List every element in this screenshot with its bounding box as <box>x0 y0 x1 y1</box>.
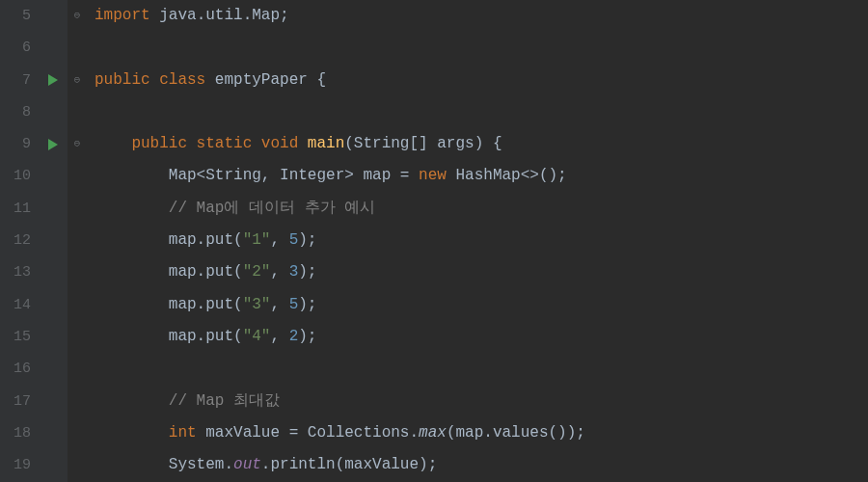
code-editor[interactable]: 5678910111213141516171819 ⊖⊖⊖ import jav… <box>0 0 868 482</box>
code-line[interactable]: int maxValue = Collections.max(map.value… <box>95 417 868 449</box>
code-token <box>95 200 169 217</box>
code-token: ); <box>298 328 316 345</box>
code-token: Map<String, Integer> map = <box>95 167 419 184</box>
line-number: 18 <box>0 417 39 449</box>
code-line[interactable]: map.put("4", 2); <box>95 321 868 353</box>
line-number: 5 <box>0 0 39 32</box>
fold-marker-slot <box>68 449 87 481</box>
code-token: java.util.Map; <box>159 7 288 24</box>
code-token <box>95 135 131 152</box>
code-token: // Map 최대값 <box>169 392 280 410</box>
code-line[interactable] <box>95 353 868 385</box>
code-token: System. <box>95 456 233 473</box>
code-token: (String[] args) { <box>344 135 502 152</box>
code-token: , <box>270 328 288 345</box>
code-line[interactable]: System.out.println(maxValue); <box>95 449 868 481</box>
code-token: HashMap<>(); <box>455 167 566 184</box>
line-number: 15 <box>0 321 39 353</box>
code-text-area[interactable]: import java.util.Map;public class emptyP… <box>87 0 868 482</box>
code-line[interactable]: public class emptyPaper { <box>95 65 868 96</box>
fold-marker-slot <box>68 386 87 417</box>
fold-marker-slot <box>68 193 87 225</box>
run-marker-slot <box>39 96 68 128</box>
code-token: , <box>270 263 288 281</box>
code-token: main <box>308 135 344 152</box>
code-token: // Map에 데이터 추가 예시 <box>169 200 375 217</box>
code-token: 2 <box>289 328 299 345</box>
code-token: { <box>316 71 326 89</box>
code-token: max <box>419 424 447 442</box>
fold-marker-gutter: ⊖⊖⊖ <box>68 0 87 482</box>
code-token: public class <box>95 71 215 89</box>
run-marker-slot <box>39 386 68 417</box>
line-number: 12 <box>0 225 39 256</box>
fold-marker-slot <box>68 417 87 449</box>
code-token: emptyPaper <box>215 71 317 89</box>
run-marker-slot <box>39 0 68 32</box>
code-line[interactable]: import java.util.Map; <box>95 0 868 32</box>
code-token: 5 <box>289 296 299 313</box>
code-token <box>95 424 169 442</box>
line-number: 6 <box>0 32 39 64</box>
fold-marker-slot <box>68 160 87 192</box>
code-line[interactable]: map.put("2", 3); <box>95 256 868 288</box>
fold-marker-slot <box>68 32 87 64</box>
line-number: 8 <box>0 96 39 128</box>
run-marker-slot[interactable] <box>39 65 68 96</box>
code-token: int <box>169 424 205 442</box>
code-line[interactable]: map.put("1", 5); <box>95 225 868 256</box>
run-marker-slot[interactable] <box>39 128 68 160</box>
code-token: public static void <box>131 135 307 152</box>
line-number: 10 <box>0 160 39 192</box>
line-number-gutter: 5678910111213141516171819 <box>0 0 39 482</box>
fold-marker-slot[interactable]: ⊖ <box>68 0 87 32</box>
code-line[interactable] <box>95 32 868 64</box>
fold-marker-slot[interactable]: ⊖ <box>68 128 87 160</box>
code-token: "2" <box>243 263 271 281</box>
run-marker-slot <box>39 321 68 353</box>
code-token: map.put( <box>95 231 243 249</box>
run-marker-slot <box>39 256 68 288</box>
code-line[interactable]: map.put("3", 5); <box>95 289 868 321</box>
code-line[interactable]: // Map에 데이터 추가 예시 <box>95 193 868 225</box>
line-number: 9 <box>0 128 39 160</box>
play-icon[interactable] <box>48 74 58 86</box>
fold-marker-slot <box>68 225 87 256</box>
fold-marker-slot <box>68 321 87 353</box>
fold-marker-slot <box>68 256 87 288</box>
code-token: ); <box>298 231 316 249</box>
run-marker-slot <box>39 32 68 64</box>
play-icon[interactable] <box>48 139 58 150</box>
code-token: , <box>270 296 288 313</box>
line-number: 13 <box>0 256 39 288</box>
code-token: import <box>95 7 159 24</box>
fold-marker-slot[interactable]: ⊖ <box>68 65 87 96</box>
code-token: ); <box>298 263 316 281</box>
code-token: 3 <box>289 263 299 281</box>
code-token: .println(maxValue); <box>261 456 437 473</box>
line-number: 14 <box>0 289 39 321</box>
code-token: ); <box>298 296 316 313</box>
code-line[interactable]: Map<String, Integer> map = new HashMap<>… <box>95 160 868 192</box>
line-number: 16 <box>0 353 39 385</box>
code-token: new <box>419 167 455 184</box>
run-marker-slot <box>39 449 68 481</box>
code-token: out <box>233 456 261 473</box>
fold-marker-slot <box>68 96 87 128</box>
code-line[interactable]: // Map 최대값 <box>95 386 868 417</box>
code-token: map.put( <box>95 328 243 345</box>
code-token: "1" <box>243 231 271 249</box>
code-line[interactable] <box>95 96 868 128</box>
run-marker-slot <box>39 417 68 449</box>
code-token: maxValue = Collections. <box>205 424 419 442</box>
code-token: "4" <box>243 328 271 345</box>
code-token: map.put( <box>95 263 243 281</box>
fold-marker-slot <box>68 353 87 385</box>
code-line[interactable]: public static void main(String[] args) { <box>95 128 868 160</box>
line-number: 7 <box>0 65 39 96</box>
line-number: 17 <box>0 386 39 417</box>
run-marker-slot <box>39 160 68 192</box>
run-marker-slot <box>39 289 68 321</box>
code-token: map.put( <box>95 296 243 313</box>
run-marker-slot <box>39 225 68 256</box>
